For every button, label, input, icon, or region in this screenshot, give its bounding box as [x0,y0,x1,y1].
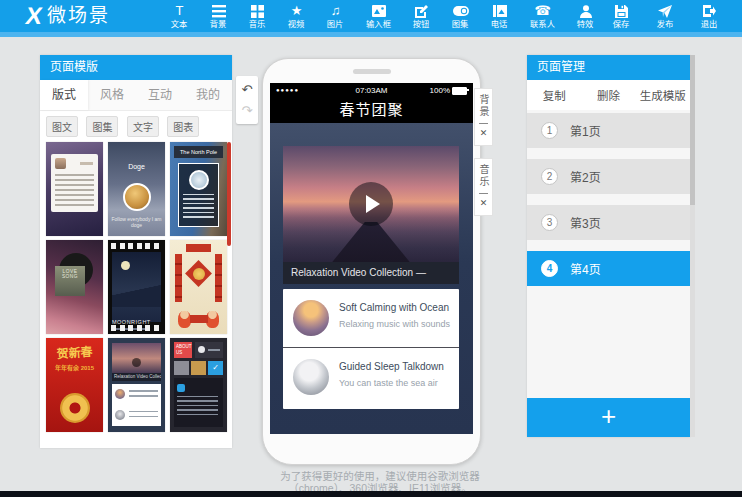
tool-gallery[interactable]: 图集 [441,0,480,32]
history-controls: ↶ ↷ [236,76,258,124]
page-number-badge: 1 [541,122,558,139]
page-number-badge: 4 [541,260,558,277]
phone-preview: ●●●●● 07:03AM 100% 春节团聚 Relaxation Video… [262,58,481,465]
tab-interactive[interactable]: 互动 [136,80,184,110]
list-icon [212,3,226,19]
page-item-2[interactable]: 2 第2页 [527,159,690,194]
tab-style[interactable]: 风格 [88,80,136,110]
list-item[interactable]: Guided Sleep Talkdown You can taste the … [283,348,459,406]
copy-button[interactable]: 复制 [527,87,581,103]
filter-gallery[interactable]: 图集 [86,116,118,137]
toggle-icon [453,3,469,19]
page-item-4[interactable]: 4 第4页 [527,251,690,286]
minimize-icon[interactable] [479,123,488,124]
template-north-pole[interactable]: The North Pole [170,142,227,236]
film-sprockets [111,243,162,249]
page-number-badge: 2 [541,168,558,185]
phone-speaker [353,69,391,74]
filter-chart[interactable]: 图表 [167,116,199,137]
exit-door-icon [703,3,716,19]
template-filters: 图文 图集 文字 图表 [40,111,232,144]
filter-text[interactable]: 文字 [127,116,159,137]
template-love-song[interactable]: LOVE SONG [46,240,103,334]
toolbar-accent-strip [0,32,742,37]
play-icon [132,358,141,367]
minimize-icon[interactable] [479,193,488,194]
add-page-button[interactable]: + [527,398,690,437]
tool-background[interactable]: 背景 [199,0,238,32]
headphones-tile [174,361,189,375]
save-button[interactable]: 保存 [604,0,638,32]
page-title[interactable]: 春节团聚 [270,98,473,123]
picture-frame-icon [372,3,386,19]
chat-tile [191,361,206,375]
text-icon: T [176,3,184,19]
tab-mine[interactable]: 我的 [184,80,232,110]
redo-icon[interactable]: ↷ [242,104,253,117]
tool-video[interactable]: ★ 视频 [277,0,316,32]
battery-icon [452,87,467,95]
tool-phone[interactable]: 电话 [480,0,519,32]
video-block[interactable]: Relaxation Video Collection — [283,146,459,284]
star-icon: ★ [291,3,303,19]
template-grid: Doge Follow everybody I am doge The Nort… [40,142,232,448]
music-note-icon: ♫ [331,3,341,19]
tool-music[interactable]: 音乐 [238,0,277,32]
check-tile: ✓ [208,361,223,375]
template-moonlight[interactable]: MOONRIGHT [108,240,165,334]
floppy-icon [615,3,628,19]
page-manager-panel: 页面管理 复制 删除 生成模版 1 第1页 2 第2页 3 第3页 4 第4页 [527,55,690,437]
bottom-bar [0,491,742,497]
moon [121,261,130,270]
paper-plane-icon [658,3,672,19]
list-item[interactable]: Soft Calming with Ocean Relaxing music w… [283,289,459,347]
avatar [123,183,151,211]
music-layer-tab[interactable]: 音乐 ✕ [474,158,493,216]
tool-input-box[interactable]: 输入框 [355,0,402,32]
template-panel-title: 页面模版 [40,55,232,80]
page-item-1[interactable]: 1 第1页 [527,113,690,148]
close-icon[interactable]: ✕ [480,128,488,138]
template-photo-card[interactable] [46,142,103,236]
tab-layout[interactable]: 版式 [40,80,88,110]
avatar [55,158,66,169]
phone-screen: ●●●●● 07:03AM 100% 春节团聚 Relaxation Video… [270,83,473,434]
template-new-year-2015[interactable]: 贺新春 年年有余 2015 [46,338,103,432]
film-sprockets [111,325,162,331]
template-panel: 页面模版 版式 风格 互动 我的 图文 图集 文字 图表 Doge Follow… [40,55,232,448]
file-actions: 保存 发布 退出 [604,0,726,32]
page-canvas[interactable]: Relaxation Video Collection — Soft Calmi… [270,123,473,434]
close-icon[interactable]: ✕ [480,198,488,208]
template-scrollbar[interactable] [227,142,231,246]
app-title: 微场景 [47,1,110,31]
list-item-thumb [293,359,329,395]
undo-icon[interactable]: ↶ [242,83,253,96]
page-manager-scrollbar[interactable] [690,55,695,437]
play-button[interactable] [349,182,393,226]
exit-button[interactable]: 退出 [692,0,726,32]
background-layer-tab[interactable]: 背景 ✕ [474,88,493,146]
template-relaxation-video[interactable]: Relaxation Video Collection [108,338,165,432]
video-thumbnail [283,146,459,262]
logo-x-icon: X [23,1,44,31]
video-caption: Relaxation Video Collection — [283,262,459,284]
page-item-3[interactable]: 3 第3页 [527,205,690,240]
tool-text[interactable]: T 文本 [160,0,199,32]
filter-image-text[interactable]: 图文 [46,116,78,137]
delete-button[interactable]: 删除 [581,87,635,103]
template-tabs: 版式 风格 互动 我的 [40,80,232,111]
make-template-button[interactable]: 生成模版 [636,87,690,103]
page-list: 1 第1页 2 第2页 3 第3页 4 第4页 [527,113,690,297]
template-spring-couplets[interactable] [170,240,227,334]
tool-button[interactable]: 按钮 [402,0,441,32]
publish-button[interactable]: 发布 [648,0,682,32]
tool-image[interactable]: ♫ 图片 [316,0,355,32]
tool-contacts[interactable]: ☎ 联系人 [519,0,566,32]
status-bar: ●●●●● 07:03AM 100% [270,83,473,98]
template-doge[interactable]: Doge Follow everybody I am doge [108,142,165,236]
page-manager-title: 页面管理 [527,55,690,80]
tool-effects[interactable]: 特效 [566,0,605,32]
edit-pencil-icon [415,3,428,19]
template-about-tiles[interactable]: ABOUT US ✓ [170,338,227,432]
handset-icon: ☎ [534,3,550,19]
